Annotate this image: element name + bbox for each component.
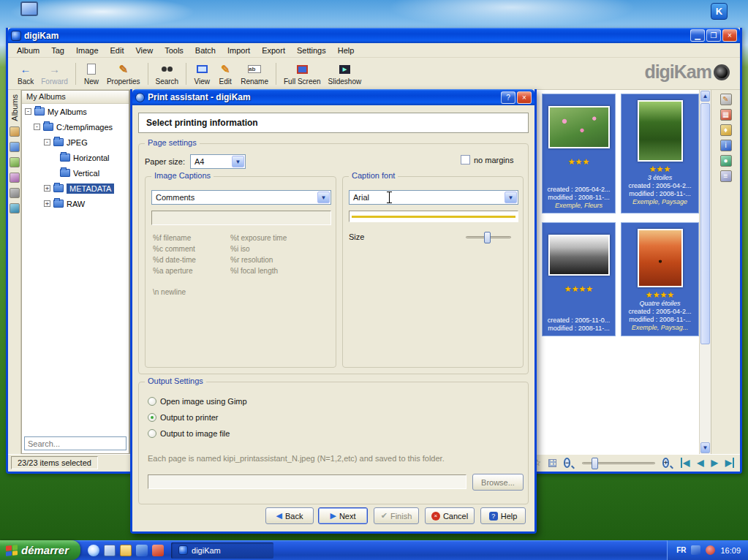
dialog-titlebar[interactable]: Print assistant - digiKam ? ×	[132, 89, 534, 105]
timeline-tab-icon[interactable]	[10, 157, 20, 167]
paper-size-combobox[interactable]: A4 ▼	[190, 154, 246, 169]
tree-item-horizontal[interactable]: Horizontal	[22, 150, 129, 165]
font-color-button[interactable]	[349, 211, 518, 222]
properties-button[interactable]: ✎ Properties	[103, 61, 144, 86]
tree-item-temp-images[interactable]: - C:/temp/images	[22, 119, 129, 135]
forward-button[interactable]: → Forward	[37, 61, 72, 86]
menu-export[interactable]: Export	[256, 45, 291, 56]
vertical-scrollbar[interactable]: ▲ ▼	[699, 90, 711, 454]
menu-album[interactable]: Album	[11, 45, 45, 56]
view-button[interactable]: View	[190, 61, 214, 86]
quicklaunch-media-icon[interactable]	[152, 545, 164, 556]
properties-tab-icon[interactable]: ✎	[720, 94, 732, 105]
browse-button[interactable]: Browse...	[472, 474, 524, 491]
fullscreen-button[interactable]: Full Screen	[280, 61, 325, 86]
new-album-button[interactable]: New	[80, 61, 103, 86]
rating-stars[interactable]: ★★★	[568, 157, 590, 167]
zoom-slider-handle[interactable]	[592, 458, 598, 469]
taskbar-item-digikam[interactable]: digiKam	[171, 542, 273, 559]
dates-tab-icon[interactable]	[10, 126, 20, 137]
next-button[interactable]: ▶ Next	[318, 507, 368, 524]
scroll-down-icon[interactable]: ▼	[700, 442, 710, 453]
quicklaunch-folder-icon[interactable]	[120, 545, 132, 556]
no-margins-option[interactable]: no margins	[461, 155, 513, 164]
thumbnail-card[interactable]: ★★★★ Quatre étoiles created : 2005-04-2.…	[621, 222, 699, 336]
tags-tab-icon[interactable]	[10, 142, 20, 152]
previous-item-icon[interactable]: ◀	[697, 458, 703, 468]
expander-icon[interactable]: -	[34, 124, 40, 130]
chevron-down-icon[interactable]: ▼	[232, 156, 244, 167]
tab-albums[interactable]: Albums	[10, 94, 19, 121]
window-titlebar[interactable]: digiKam ▁ ❐ ×	[8, 28, 740, 43]
zoom-in-icon[interactable]: +	[662, 458, 673, 469]
geolocation-tab-icon[interactable]: ●	[720, 155, 732, 167]
menu-image[interactable]: Image	[70, 45, 105, 56]
thumbnail-card[interactable]: ★★★ 3 étoiles created : 2005-04-2... mod…	[621, 94, 699, 213]
rating-stars[interactable]: ★★★★	[646, 290, 674, 300]
kde-system-icon[interactable]: K	[711, 3, 728, 20]
map-tab-icon[interactable]	[10, 203, 20, 213]
menu-tag[interactable]: Tag	[45, 45, 70, 56]
first-item-icon[interactable]: ◀	[681, 458, 690, 468]
radio-image-file[interactable]	[148, 429, 156, 438]
output-option-gimp[interactable]: Open image using Gimp	[148, 397, 247, 406]
back-button[interactable]: ← Back	[14, 61, 37, 86]
chevron-down-icon[interactable]: ▼	[505, 192, 517, 203]
custom-caption-field[interactable]	[151, 211, 331, 225]
tree-item-my-albums[interactable]: - My Albums	[22, 104, 129, 119]
minimize-button[interactable]: ▁	[690, 29, 705, 42]
chevron-down-icon[interactable]: ▼	[317, 192, 330, 203]
scrollbar-thumb[interactable]	[700, 103, 710, 344]
metadata-tab-icon[interactable]: ▦	[720, 109, 732, 121]
colors-tab-icon[interactable]: ♦	[720, 124, 732, 136]
no-margins-checkbox[interactable]	[461, 155, 470, 164]
fuzzy-tab-icon[interactable]	[10, 188, 20, 198]
search-button[interactable]: Search	[152, 61, 183, 86]
tree-item-vertical[interactable]: Vertical	[22, 165, 129, 181]
back-button-dialog[interactable]: ◀ Back	[265, 507, 314, 524]
rating-stars[interactable]: ★★★	[649, 164, 671, 174]
tray-icon-security[interactable]	[706, 545, 715, 555]
rating-stars[interactable]: ★★★★	[564, 284, 593, 294]
help-titlebar-button[interactable]: ?	[501, 91, 515, 104]
menu-tools[interactable]: Tools	[159, 45, 189, 56]
expander-icon[interactable]: -	[25, 108, 31, 115]
my-computer-icon[interactable]	[20, 1, 38, 16]
clock[interactable]: 16:09	[720, 546, 741, 555]
tray-icon-kde[interactable]	[691, 545, 700, 555]
help-button[interactable]: ? Help	[480, 507, 526, 524]
font-size-slider-handle[interactable]	[484, 232, 491, 243]
menu-view[interactable]: View	[129, 45, 159, 56]
tree-column-header[interactable]: My Albums	[22, 91, 129, 104]
quicklaunch-desktop-icon[interactable]	[104, 545, 116, 556]
last-item-icon[interactable]: ▶	[725, 458, 734, 468]
keyboard-layout-indicator[interactable]: FR	[676, 546, 686, 554]
filters-tab-icon[interactable]: ≡	[720, 170, 732, 182]
menu-import[interactable]: Import	[222, 45, 256, 56]
expander-icon[interactable]: +	[44, 185, 50, 192]
output-option-image-file[interactable]: Output to image file	[148, 429, 230, 438]
maximize-button[interactable]: ❐	[706, 29, 721, 42]
slideshow-button[interactable]: ▶ Slideshow	[325, 61, 366, 86]
font-size-slider[interactable]	[466, 236, 511, 238]
thumbnail-card[interactable]: ★★★ created : 2005-04-2... modified : 20…	[542, 94, 616, 213]
comments-tags-tab-icon[interactable]: i	[720, 140, 732, 151]
menu-edit[interactable]: Edit	[105, 45, 130, 56]
expander-icon[interactable]: -	[44, 139, 50, 145]
search-input[interactable]	[24, 436, 126, 450]
close-button[interactable]: ×	[722, 29, 737, 42]
dialog-close-button[interactable]: ×	[517, 91, 532, 104]
thumbnail-size-icon[interactable]	[548, 459, 556, 467]
output-option-printer[interactable]: Output to printer	[148, 413, 219, 422]
menu-help[interactable]: Help	[332, 45, 360, 56]
tree-item-jpeg[interactable]: - JPEG	[22, 135, 129, 150]
radio-printer[interactable]	[148, 413, 156, 422]
scroll-up-icon[interactable]: ▲	[700, 91, 710, 102]
rename-button[interactable]: ab Rename	[237, 61, 272, 86]
quicklaunch-ie-icon[interactable]	[88, 545, 99, 556]
expander-icon[interactable]: +	[44, 200, 50, 207]
next-item-icon[interactable]: ▶	[711, 458, 718, 468]
searches-tab-icon[interactable]	[10, 173, 20, 183]
output-folder-input[interactable]	[148, 474, 466, 489]
captions-combobox[interactable]: Comments ▼	[151, 190, 331, 205]
